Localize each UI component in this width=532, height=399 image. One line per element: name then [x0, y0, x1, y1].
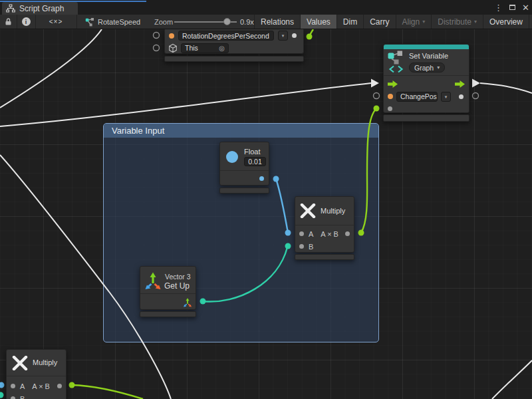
flow-output-arrow[interactable] [472, 79, 480, 88]
value-output-port[interactable] [292, 33, 297, 38]
code-preview-button[interactable]: <×> [35, 15, 77, 29]
multiply-x-icon [12, 356, 28, 370]
node-title: Multiply [321, 207, 345, 215]
gameobject-cube-icon [168, 43, 178, 53]
set-variable-icon [388, 51, 405, 73]
window-controls: ⋮ ✕ [494, 0, 529, 15]
zoom-slider-handle[interactable] [223, 18, 231, 25]
float-value-input[interactable]: 0.01 [244, 157, 266, 166]
float-output-port[interactable] [259, 176, 264, 181]
node-float-literal[interactable]: Float 0.01 [219, 142, 269, 194]
lock-button[interactable] [0, 15, 17, 29]
script-graph-window: Script Graph ⋮ ✕ i <×> [0, 0, 532, 399]
node-vector3-get-up[interactable]: Vector 3 Get Up [140, 266, 196, 318]
input-b-port[interactable] [299, 244, 304, 249]
variable-name-dropdown[interactable]: ChangePos [396, 92, 438, 102]
mini-graph-icon [85, 17, 94, 27]
node-title: Multiply [33, 358, 57, 366]
input-a-label: A [309, 230, 313, 238]
value-input-port[interactable] [388, 106, 392, 111]
maximize-icon[interactable] [509, 5, 515, 10]
node-title: Get Up [164, 281, 190, 291]
breadcrumb-rotate-speed[interactable]: RotateSpeed [85, 15, 140, 29]
node-footer [295, 254, 354, 260]
overview-button[interactable]: Overview [483, 15, 529, 29]
distribute-dropdown[interactable]: Distribute ▾ [431, 15, 483, 29]
lock-icon [5, 17, 12, 26]
target-object-field[interactable]: This ◎ [181, 43, 229, 53]
variable-port[interactable] [169, 33, 174, 39]
tab-bar: Script Graph ⋮ ✕ [0, 0, 532, 15]
result-label: A × B [32, 382, 50, 390]
result-output-port[interactable] [57, 384, 62, 388]
group-title: Variable Input [112, 126, 164, 136]
node-title: Set Variable [409, 52, 448, 60]
divider [384, 75, 469, 76]
group-header[interactable]: Variable Input [104, 124, 378, 138]
variable-scope-dropdown[interactable]: Graph ▾ [409, 63, 445, 72]
chevron-down-icon: ▾ [474, 19, 477, 25]
node-footer [140, 311, 196, 317]
node-footer [219, 188, 269, 194]
toolbar-buttons: Relations Values Dim Carry Align ▾ Distr… [254, 15, 532, 29]
node-get-variable[interactable]: RotationDegreesPerSecond ▾ This ◎ [164, 29, 304, 62]
object-picker-icon[interactable]: ◎ [219, 45, 225, 52]
flow-input-arrow[interactable] [371, 79, 379, 88]
relations-button[interactable]: Relations [254, 15, 300, 29]
input-a-port[interactable] [11, 384, 15, 388]
node-footer [164, 56, 304, 62]
tab-title: Script Graph [19, 4, 64, 13]
divider [140, 293, 196, 294]
vector3-output-port[interactable] [183, 297, 192, 307]
node-footer [383, 114, 469, 122]
node-set-variable[interactable]: Set Variable Graph ▾ C [383, 44, 469, 122]
flow-out-arrow-icon[interactable] [455, 80, 465, 88]
variable-name-dropdown[interactable]: RotationDegreesPerSecond [178, 31, 274, 41]
node-kind: Vector 3 [165, 273, 191, 281]
tab-script-graph[interactable]: Script Graph [2, 2, 78, 15]
graph-canvas[interactable]: Variable Input [0, 29, 532, 399]
float-icon [226, 151, 238, 163]
breadcrumb-label: RotateSpeed [98, 18, 140, 26]
variable-dropdown-button[interactable]: ▾ [441, 92, 451, 102]
carry-button[interactable]: Carry [363, 15, 395, 29]
inspect-button[interactable]: i [17, 15, 36, 29]
wire-white-to-setvariable [0, 83, 371, 126]
zoom-label: Zoom [154, 15, 173, 29]
input-a-label: A [20, 382, 25, 390]
chevron-down-icon: ▾ [422, 19, 425, 25]
variable-dropdown-button[interactable]: ▾ [278, 31, 288, 41]
divider [220, 170, 269, 171]
divider [295, 225, 354, 225]
vector3-axes-icon [144, 271, 162, 290]
kebab-menu-icon[interactable]: ⋮ [494, 3, 503, 12]
result-label: A × B [321, 230, 338, 238]
input-a-port[interactable] [299, 231, 304, 236]
node-multiply-2[interactable]: Multiply A A × B B [6, 349, 66, 399]
values-button[interactable]: Values [300, 15, 336, 29]
input-b-label: B [20, 395, 25, 399]
full-screen-button[interactable]: Full Screen [529, 15, 532, 29]
value-output-port[interactable] [459, 94, 464, 99]
dim-button[interactable]: Dim [336, 15, 363, 29]
graph-toolbar: i <×> RotateSpeed Zoom 0.9x Relations Va… [0, 15, 532, 29]
chevron-down-icon: ▾ [445, 94, 448, 99]
flow-in-arrow-icon[interactable] [388, 80, 398, 88]
align-dropdown[interactable]: Align ▾ [396, 15, 432, 29]
zoom-value: 0.9x [240, 15, 254, 29]
info-icon: i [22, 17, 31, 26]
wire-white-bottomright [492, 360, 532, 399]
result-output-port[interactable] [345, 231, 350, 236]
variable-port[interactable] [388, 94, 393, 99]
node-multiply[interactable]: Multiply A A × B B [295, 196, 354, 261]
node-title: Float [244, 148, 260, 156]
input-b-label: B [309, 243, 313, 251]
wire-white-from-setvariable [480, 83, 532, 93]
wire-white-topleft [0, 29, 102, 108]
code-icon: <×> [49, 18, 63, 25]
chevron-down-icon: ▾ [437, 65, 440, 70]
chevron-down-icon: ▾ [282, 33, 285, 38]
input-b-port[interactable] [11, 396, 15, 399]
close-icon[interactable]: ✕ [522, 3, 529, 12]
multiply-x-icon [300, 203, 316, 218]
